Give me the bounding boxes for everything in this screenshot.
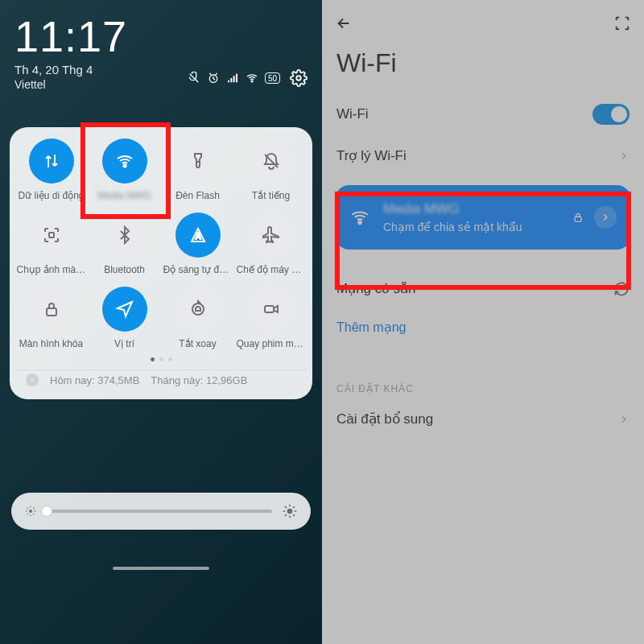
svg-point-1	[251, 80, 253, 82]
qs-tile-flashlight[interactable]: Đèn Flash	[161, 138, 234, 201]
vibrate-icon	[188, 72, 200, 85]
chevron-right-icon	[618, 414, 630, 425]
qs-tile-video[interactable]: Quay phim màn hình	[234, 287, 308, 349]
clock-date: Th 4, 20 Thg 4	[14, 63, 127, 76]
brightness-high-icon	[282, 503, 298, 519]
battery-pill: 50	[265, 72, 280, 84]
clock-block: 11:17 Th 4, 20 Thg 4 Viettel	[14, 14, 127, 91]
svg-point-9	[29, 510, 32, 513]
auto-bright-icon[interactable]: A	[175, 213, 221, 258]
svg-rect-4	[49, 233, 54, 237]
wifi-status-icon	[246, 72, 258, 85]
qs-tile-screenshot[interactable]: Chụp ảnh màn hình	[14, 213, 88, 275]
screenshot-icon[interactable]	[29, 213, 74, 258]
wifi-assistant-row[interactable]: Trợ lý Wi-Fi	[322, 136, 644, 175]
video-icon[interactable]	[249, 287, 294, 332]
flashlight-icon[interactable]	[175, 138, 221, 184]
mute-icon[interactable]	[249, 138, 294, 184]
qs-tile-data-arrows[interactable]: Dữ liệu di động	[14, 138, 88, 201]
carrier-name: Viettel	[14, 78, 127, 91]
qs-tile-auto-bright[interactable]: AĐộ sáng tự động	[161, 213, 234, 275]
qs-label: Quay phim màn hình	[237, 338, 306, 349]
qs-tile-mute[interactable]: Tắt tiếng	[234, 138, 308, 201]
brightness-slider[interactable]	[11, 493, 311, 530]
svg-point-7	[192, 303, 204, 315]
data-arrows-icon[interactable]	[29, 138, 74, 184]
lock-icon[interactable]	[29, 287, 74, 332]
page-dots[interactable]	[14, 357, 308, 361]
svg-point-10	[287, 509, 293, 514]
svg-text:A: A	[195, 232, 200, 241]
qs-tile-location[interactable]: Vị trí	[88, 287, 161, 349]
qs-label: Tắt xoay	[179, 338, 216, 349]
qs-label: Độ sáng tự động	[163, 264, 233, 275]
bluetooth-icon[interactable]	[102, 213, 147, 258]
home-indicator[interactable]	[113, 567, 209, 570]
qs-tile-lock[interactable]: Màn hình khóa	[14, 287, 88, 349]
qs-label: Vị trí	[114, 338, 134, 349]
wifi-assistant-label: Trợ lý Wi-Fi	[336, 147, 407, 164]
brightness-low-icon	[24, 505, 37, 518]
qs-tile-rotate-lock[interactable]: Tắt xoay	[161, 287, 234, 349]
scan-qr-icon[interactable]	[613, 14, 631, 32]
qs-label: Dữ liệu di động	[18, 190, 84, 201]
qs-label: Chế độ máy bay	[237, 264, 306, 275]
additional-settings-row[interactable]: Cài đặt bổ sung	[322, 399, 644, 439]
alarm-icon	[207, 72, 220, 85]
highlight-box-wifi-tile	[80, 122, 171, 219]
page-title: Wi-Fi	[322, 40, 644, 93]
svg-rect-6	[47, 308, 56, 316]
qs-tile-bluetooth[interactable]: Bluetooth	[88, 213, 161, 275]
wifi-toggle-label: Wi-Fi	[336, 106, 369, 122]
data-usage-row[interactable]: ↑ Hôm nay: 374,5MB Tháng này: 12,96GB	[14, 369, 308, 391]
add-network-link[interactable]: Thêm mạng	[322, 308, 644, 356]
left-phone: 11:17 Th 4, 20 Thg 4 Viettel	[0, 0, 322, 644]
wifi-toggle-row[interactable]: Wi-Fi	[322, 93, 644, 136]
svg-point-2	[296, 76, 301, 80]
highlight-box-connected-network	[335, 192, 631, 290]
rotate-lock-icon[interactable]	[175, 287, 221, 332]
additional-settings-label: Cài đặt bổ sung	[336, 411, 433, 427]
data-usage-icon: ↑	[26, 374, 39, 386]
right-phone: Wi-Fi Wi-Fi Trợ lý Wi-Fi Media MWG Chạm …	[322, 0, 644, 644]
chevron-right-icon	[618, 151, 630, 162]
qs-label: Bluetooth	[104, 264, 145, 275]
clock-time: 11:17	[14, 14, 127, 58]
status-icons: 50	[188, 72, 280, 85]
settings-gear-icon[interactable]	[290, 69, 308, 87]
qs-label: Chụp ảnh màn hình	[17, 264, 86, 275]
qs-tile-airplane[interactable]: Chế độ máy bay	[234, 213, 308, 275]
airplane-icon[interactable]	[249, 213, 294, 258]
svg-rect-8	[265, 306, 274, 312]
qs-label: Đèn Flash	[175, 190, 220, 201]
signal-icon	[226, 72, 239, 85]
qs-label: Tắt tiếng	[252, 190, 290, 201]
other-settings-heading: CÀI ĐẶT KHÁC	[322, 383, 644, 399]
location-icon[interactable]	[102, 287, 147, 332]
qs-label: Màn hình khóa	[19, 338, 83, 349]
wifi-toggle-switch[interactable]	[592, 104, 630, 125]
back-button[interactable]	[335, 14, 353, 32]
